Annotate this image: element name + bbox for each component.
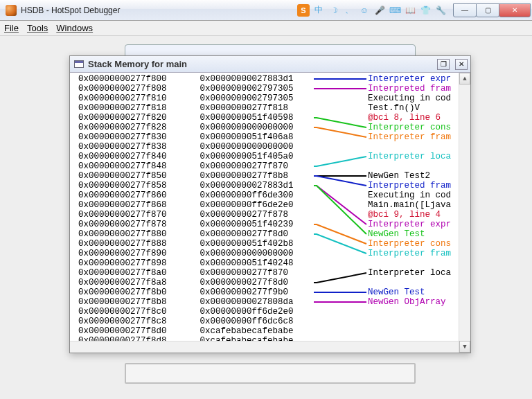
sogou-logo-icon[interactable]: S [297, 4, 310, 17]
addr-cell: 0x00000000277f890 [78, 249, 167, 258]
addr-cell: 0x00000000277f888 [78, 239, 167, 249]
mdi-desktop: Stack Memory for main ❐ ✕ 0x00000000277f… [0, 36, 532, 399]
value-cell: 0x00000000277f8d0 [200, 229, 294, 239]
addr-cell: 0x00000000277f8c8 [78, 317, 167, 326]
ime-moon-icon[interactable]: ☽ [328, 4, 340, 17]
stack-memory-window: Stack Memory for main ❐ ✕ 0x00000000277f… [69, 55, 471, 353]
ime-smile-icon[interactable]: ☺ [358, 4, 371, 17]
annotation-label: NewGen Test2 [368, 171, 451, 181]
annotation-label [368, 307, 451, 317]
value-cell: 0x00000000277f870 [200, 161, 294, 171]
annotation-label [368, 326, 451, 336]
value-cell: 0x00000000277f878 [200, 210, 294, 220]
addr-cell: 0x00000000277f868 [78, 200, 167, 210]
addr-cell: 0x00000000277f810 [78, 94, 167, 103]
addr-cell: 0x00000000277f898 [78, 258, 167, 268]
value-cell: 0x00000000277f9b0 [200, 287, 294, 297]
addr-cell: 0x00000000277f8c0 [78, 307, 167, 317]
value-cell: 0x00000000027883d1 [200, 74, 294, 84]
addr-cell: 0x00000000277f840 [78, 152, 167, 161]
annotation-label: Interpreter expr [368, 220, 451, 229]
internal-titlebar[interactable]: Stack Memory for main ❐ ✕ [70, 56, 470, 73]
addr-cell: 0x00000000277f8b8 [78, 297, 167, 307]
annotation-label: @bci 8, line 6 [368, 113, 451, 123]
addr-cell: 0x00000000277f880 [78, 229, 167, 239]
titlebar: HSDB - HotSpot Debugger S 中 ☽ 、 ☺ 🎤 ⌨ 📖 … [0, 0, 532, 21]
addr-cell: 0x00000000277f818 [78, 103, 167, 113]
address-column: 0x00000000277f8000x00000000277f8080x0000… [78, 74, 167, 353]
annotation-label: Interpreter fram [368, 132, 451, 142]
addr-cell: 0x00000000277f838 [78, 142, 167, 152]
annotation-label: Interpreter fram [368, 249, 451, 258]
internal-maximize-button[interactable]: ❐ [437, 59, 450, 70]
internal-close-button[interactable]: ✕ [455, 59, 468, 70]
maximize-button[interactable]: ▢ [476, 3, 499, 17]
value-cell: 0x0000000051f40598 [200, 113, 294, 123]
annotation-label: Interpreter cons [368, 123, 451, 132]
java-icon [6, 5, 17, 16]
value-cell: 0x00000000ff6de2e0 [200, 307, 294, 317]
value-cell: 0x0000000051f406a8 [200, 132, 294, 142]
ime-wrench-icon[interactable]: 🔧 [434, 4, 447, 17]
addr-cell: 0x00000000277f820 [78, 113, 167, 123]
vertical-scrollbar[interactable]: ▲ ▼ [459, 73, 470, 353]
addr-cell: 0x00000000277f8b0 [78, 287, 167, 297]
addr-cell: 0x00000000277f858 [78, 181, 167, 190]
value-cell: 0x00000000277f8d0 [200, 278, 294, 287]
ime-mic-icon[interactable]: 🎤 [373, 4, 386, 17]
value-cell: 0x0000000002797305 [200, 84, 294, 94]
menu-tools[interactable]: Tools [27, 23, 48, 33]
annotation-label: Executing in cod [368, 190, 451, 200]
addr-cell: 0x00000000277f808 [78, 84, 167, 94]
annotation-label: NewGen ObjArray [368, 297, 451, 307]
annotation-label [368, 278, 451, 287]
menu-file[interactable]: File [4, 23, 19, 33]
addr-cell: 0x00000000277f8a8 [78, 278, 167, 287]
value-cell: 0x00000000027808da [200, 297, 294, 307]
addr-cell: 0x00000000277f800 [78, 74, 167, 84]
annotation-label: Interpreter loca [368, 268, 451, 278]
addr-cell: 0x00000000277f848 [78, 161, 167, 171]
annotation-label: Interpreter expr [368, 74, 451, 84]
value-cell: 0x00000000277f818 [200, 103, 294, 113]
minimize-button[interactable]: — [453, 3, 477, 17]
addr-cell: 0x00000000277f870 [78, 210, 167, 220]
annotation-label [368, 258, 451, 268]
annotation-label: NewGen Test [368, 229, 451, 239]
close-button[interactable]: ✕ [499, 3, 531, 17]
addr-cell: 0x00000000277f878 [78, 220, 167, 229]
addr-cell: 0x00000000277f830 [78, 132, 167, 142]
horizontal-scrollbar[interactable] [70, 341, 459, 353]
menu-windows[interactable]: Windows [56, 23, 93, 33]
value-cell: 0x0000000051f40248 [200, 258, 294, 268]
addr-cell: 0x00000000277f828 [78, 123, 167, 132]
value-cell: 0x0000000051f405a0 [200, 152, 294, 161]
annotation-label: Interpreter cons [368, 239, 451, 249]
menubar: File Tools Windows [0, 21, 532, 36]
window-title: HSDB - HotSpot Debugger [21, 6, 120, 15]
ime-dict-icon[interactable]: 📖 [404, 4, 416, 17]
value-cell: 0x0000000002797305 [200, 94, 294, 103]
ime-lang-icon[interactable]: 中 [312, 4, 325, 17]
memory-viewport[interactable]: 0x00000000277f8000x00000000277f8080x0000… [70, 73, 470, 353]
annotation-label: Executing in cod [368, 94, 451, 103]
ime-keyboard-icon[interactable]: ⌨ [389, 4, 401, 17]
addr-cell: 0x00000000277f8d0 [78, 326, 167, 336]
ime-shirt-icon[interactable]: 👕 [419, 4, 432, 17]
value-cell: 0x00000000027883d1 [200, 181, 294, 190]
scroll-down-button[interactable]: ▼ [459, 341, 470, 353]
ime-comma-icon[interactable]: 、 [343, 4, 355, 17]
value-cell: 0x00000000ff6de2e0 [200, 200, 294, 210]
addr-cell: 0x00000000277f860 [78, 190, 167, 200]
value-cell: 0x0000000000000000 [200, 249, 294, 258]
value-column: 0x00000000027883d10x00000000027973050x00… [200, 74, 294, 353]
value-cell: 0x00000000ff6de300 [200, 190, 294, 200]
annotation-label [368, 142, 451, 152]
annotation-label: @bci 9, line 4 [368, 210, 451, 220]
annotation-label: NewGen Test [368, 287, 451, 297]
annotation-label [368, 161, 451, 171]
scroll-up-button[interactable]: ▲ [459, 73, 470, 85]
value-cell: 0x0000000000000000 [200, 123, 294, 132]
window-icon [74, 60, 84, 68]
annotation-column: Interpreter exprInterpreted framExecutin… [368, 74, 451, 336]
